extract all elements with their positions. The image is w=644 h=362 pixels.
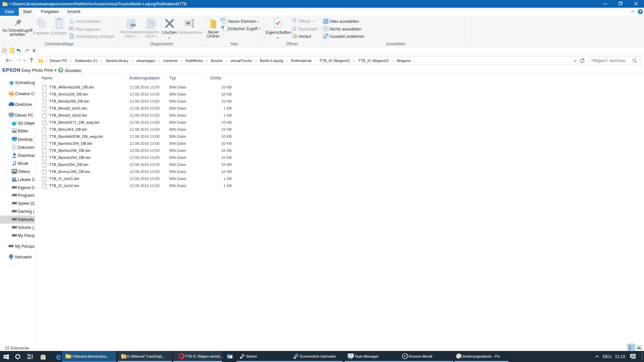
svg-text:W: W	[69, 27, 72, 30]
svg-text:?: ?	[639, 10, 642, 14]
